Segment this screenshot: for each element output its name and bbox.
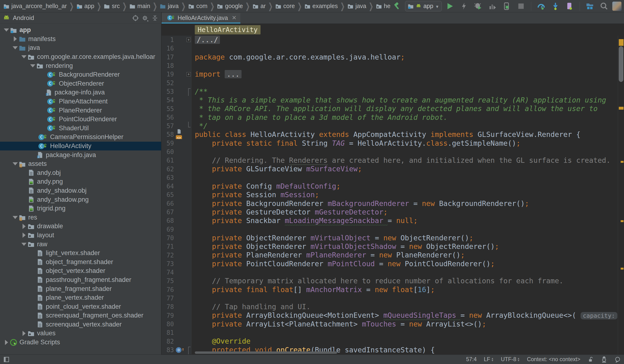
tree-item-object_vertex.shader[interactable]: object_vertex.shader — [0, 266, 161, 276]
tree-item-andy_shadow.png[interactable]: andy_shadow.png — [0, 195, 161, 204]
fold-expand-icon[interactable]: + — [186, 38, 191, 42]
code-line[interactable]: 18 — [162, 61, 618, 70]
tree-item-res[interactable]: res — [0, 213, 161, 222]
fold-expand-icon[interactable]: + — [186, 72, 191, 77]
tree-item-light_vertex.shader[interactable]: light_vertex.shader — [0, 249, 161, 258]
code-line[interactable]: 53/** — [162, 87, 618, 96]
code-line[interactable]: 61 // Rendering. The Renderers are creat… — [162, 156, 618, 165]
line-number[interactable]: 76 — [162, 286, 175, 294]
line-number[interactable]: 58 — [162, 130, 175, 139]
overriding-method-icon[interactable]: o — [176, 347, 182, 353]
debug-button[interactable] — [472, 1, 485, 11]
tree-item-java[interactable]: java — [0, 43, 161, 52]
code-line[interactable]: 75 // Temporary matrix allocated here to… — [162, 277, 618, 285]
line-number[interactable]: 19 — [162, 70, 175, 78]
code-line[interactable]: 66 private BackgroundRenderer mBackgroun… — [162, 199, 618, 208]
code-line[interactable]: 77 — [162, 294, 618, 303]
code-line[interactable]: 55 * the ARCore API. The application wil… — [162, 104, 618, 113]
code-line[interactable]: 81 — [162, 328, 618, 337]
line-number[interactable]: 63 — [162, 174, 175, 182]
code-line[interactable]: 78 // Tap handling and UI. — [162, 303, 618, 311]
android-profiler-button[interactable] — [535, 1, 547, 11]
code-line[interactable]: 71 private ObjectRenderer mVirtualObject… — [162, 242, 618, 251]
line-number[interactable]: 56 — [162, 113, 175, 122]
tree-item-app[interactable]: app — [0, 26, 161, 35]
chevron-expanded-icon[interactable] — [12, 214, 19, 221]
line-number[interactable]: 64 — [162, 182, 175, 190]
run-button[interactable] — [444, 1, 456, 11]
line-number[interactable]: 71 — [162, 242, 175, 251]
line-number[interactable]: 78 — [162, 303, 175, 311]
code-line[interactable]: 1+/.../ — [162, 36, 618, 44]
breadcrumb-item-core[interactable]: core — [275, 3, 295, 9]
line-number[interactable]: 55 — [162, 104, 175, 113]
highlighting-level-icon[interactable] — [601, 356, 607, 363]
line-number[interactable]: 62 — [162, 165, 175, 173]
tree-item-ShaderUtil[interactable]: CShaderUtil — [0, 124, 161, 133]
code-line[interactable]: 19+import ... — [162, 70, 618, 78]
tree-item-com.google.ar.core.examples.java.helloar[interactable]: com.google.ar.core.examples.java.helloar — [0, 52, 161, 61]
breadcrumb-item-app[interactable]: app — [77, 3, 94, 9]
line-number[interactable]: 18 — [162, 61, 175, 70]
line-ending-selector[interactable]: LF▲▼ — [484, 356, 494, 363]
toolwindow-toggle-icon[interactable] — [3, 356, 9, 363]
code-line[interactable]: 64 private Config mDefaultConfig; — [162, 182, 618, 190]
breadcrumb-item-com[interactable]: com — [188, 3, 207, 9]
line-number[interactable]: 80 — [162, 320, 175, 328]
stop-button[interactable] — [515, 1, 527, 11]
tree-item-HelloArActivity[interactable]: CHelloArActivity — [0, 142, 161, 151]
chevron-collapsed-icon[interactable] — [12, 35, 19, 43]
breadcrumb-item-java[interactable]: java — [160, 3, 179, 9]
tree-item-BackgroundRenderer[interactable]: CBackgroundRenderer — [0, 70, 161, 79]
event-log-icon[interactable] — [615, 356, 621, 363]
context-indicator[interactable]: Context: <no context> — [527, 356, 580, 363]
line-number[interactable]: 79 — [162, 311, 175, 320]
breadcrumb-item-src[interactable]: src — [104, 3, 120, 9]
run-on-device-button[interactable] — [501, 1, 513, 11]
code-line[interactable]: 68 private Snackbar mLoadingMessageSnack… — [162, 216, 618, 225]
tree-item-point_cloud_vertex.shader[interactable]: point_cloud_vertex.shader — [0, 302, 161, 311]
tree-item-PlaneAttachment[interactable]: CPlaneAttachment — [0, 97, 161, 106]
chevron-expanded-icon[interactable] — [12, 44, 19, 52]
line-number[interactable]: 61 — [162, 156, 175, 165]
line-number[interactable]: 81 — [162, 328, 175, 337]
code-line[interactable]: 74 — [162, 268, 618, 277]
breadcrumb-item-google[interactable]: google — [217, 3, 243, 9]
breadcrumb-item-examples[interactable]: examples — [304, 3, 338, 9]
line-number[interactable]: 57 — [162, 122, 175, 130]
encoding-selector[interactable]: UTF-8▲▼ — [501, 356, 520, 363]
chevron-expanded-icon[interactable] — [29, 62, 36, 69]
breadcrumb-item-ar[interactable]: ar — [252, 3, 266, 9]
unlock-icon[interactable] — [587, 356, 594, 363]
tree-item-values[interactable]: values — [0, 329, 161, 338]
line-number[interactable]: 68 — [162, 216, 175, 225]
line-number[interactable]: 16 — [162, 44, 175, 53]
line-number[interactable]: 66 — [162, 199, 175, 208]
chevron-expanded-icon[interactable] — [20, 241, 27, 248]
breadcrumb-chip[interactable]: HelloArActivity — [195, 25, 260, 34]
line-number[interactable]: 75 — [162, 277, 175, 285]
chevron-collapsed-icon[interactable] — [3, 339, 10, 346]
breadcrumb-item-helloar[interactable]: helloar — [376, 3, 391, 9]
line-number[interactable]: 1 — [162, 36, 175, 44]
line-number[interactable]: 73 — [162, 260, 175, 268]
tab-helloaractivity[interactable]: C HelloArActivity.java ✕ — [162, 13, 240, 24]
error-stripe-mark[interactable] — [621, 161, 624, 163]
run-configuration-selector[interactable]: app▼ — [405, 1, 442, 11]
code-line[interactable]: 16 — [162, 44, 618, 53]
error-stripe-mark[interactable] — [621, 220, 624, 222]
code-line[interactable]: 57 */ — [162, 122, 618, 130]
tree-item-andy_shadow.obj[interactable]: andy_shadow.obj — [0, 186, 161, 195]
error-stripe-mark[interactable] — [619, 39, 624, 46]
tree-item-manifests[interactable]: manifests — [0, 35, 161, 44]
chevron-expanded-icon[interactable] — [3, 26, 10, 34]
attach-debugger-button[interactable] — [549, 1, 562, 11]
code-area[interactable]: 1+/.../1617package com.google.ar.core.ex… — [162, 36, 618, 355]
line-number[interactable]: 74 — [162, 268, 175, 277]
related-file-icon[interactable] — [176, 129, 182, 135]
tree-item-plane_fragment.shader[interactable]: plane_fragment.shader — [0, 284, 161, 293]
project-structure-button[interactable] — [584, 1, 596, 11]
line-number[interactable]: 65 — [162, 190, 175, 199]
code-line[interactable]: 73 private PointCloudRenderer mPointClou… — [162, 260, 618, 268]
fold-start-icon[interactable] — [188, 347, 190, 354]
